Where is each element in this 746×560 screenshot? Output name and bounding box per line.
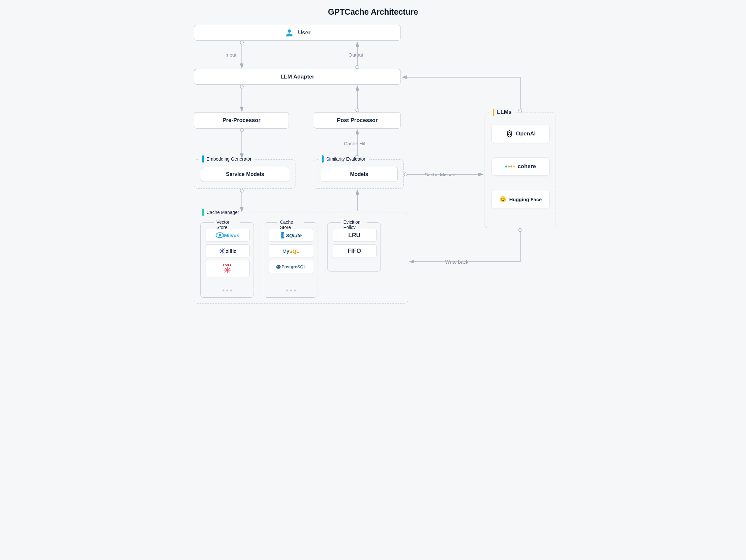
flow-label-output: Output	[348, 52, 363, 58]
models-box: Models	[321, 167, 398, 182]
svg-point-12	[278, 266, 278, 267]
eviction-policy-panel: Evicition Policy LRU FIFO	[327, 223, 381, 271]
svg-point-23	[356, 109, 359, 112]
llms-tab: LLMs	[489, 109, 515, 116]
vector-store-panel: Vector Store Milvus zilliz FAISS	[200, 223, 254, 298]
svg-point-14	[500, 196, 506, 202]
user-label: User	[298, 29, 311, 36]
huggingface-icon	[499, 196, 507, 203]
architecture-diagram: GPTCache Architecture User LLM Adapter P…	[166, 0, 580, 311]
cohere-icon	[505, 166, 515, 168]
section-bar-icon	[493, 109, 494, 116]
cache-store-item-sqlite: SQLite	[269, 229, 313, 242]
embedding-generator-tab: Embedding Generator	[199, 155, 255, 163]
flow-label-write-back: Write back	[445, 259, 468, 265]
more-icon	[205, 290, 250, 291]
svg-point-21	[240, 85, 243, 88]
diagram-title: GPTCache Architecture	[166, 7, 580, 17]
section-bar-icon	[202, 209, 204, 216]
svg-point-32	[404, 173, 407, 176]
vector-store-item-zilliz: zilliz	[205, 244, 250, 258]
svg-point-35	[519, 228, 522, 232]
eviction-policy-item-fifo: FIFO	[332, 244, 377, 258]
llm-item-cohere: cohere	[491, 157, 550, 176]
postgresql-icon	[276, 264, 281, 269]
zilliz-icon	[219, 247, 226, 255]
vector-store-item-faiss: FAISS	[205, 260, 250, 277]
similarity-evaluator-tab: Similarity Evaluator	[319, 155, 369, 163]
user-icon: User	[284, 28, 311, 38]
svg-point-2	[219, 234, 221, 236]
llms-panel: LLMs OpenAI cohere Hugging Face	[485, 113, 556, 228]
section-bar-icon	[322, 155, 324, 163]
embedding-generator-panel: Embedding Generator Service Models	[194, 159, 295, 189]
llm-adapter-box: LLM Adapter	[194, 69, 401, 85]
sqlite-icon	[280, 231, 286, 239]
cache-store-item-postgresql: PostgreSQL	[269, 260, 313, 273]
svg-point-19	[356, 65, 359, 69]
milvus-icon	[216, 232, 224, 238]
svg-point-0	[288, 29, 291, 33]
svg-point-13	[279, 266, 280, 267]
cache-manager-tab: Cache Manager	[199, 209, 242, 216]
svg-point-25	[240, 128, 243, 132]
vector-store-item-milvus: Milvus	[205, 229, 250, 242]
service-models-box: Service Models	[201, 167, 289, 182]
faiss-icon	[223, 266, 232, 274]
llm-item-huggingface: Hugging Face	[491, 190, 550, 208]
similarity-evaluator-panel: Similarity Evaluator Models	[314, 159, 404, 189]
cache-store-panel: Cache Store SQLite MySQL PostgreSQL	[264, 223, 317, 298]
flow-label-cache-hit: Cache Hit	[344, 141, 366, 146]
post-processor-box: Post Processor	[314, 112, 401, 128]
section-bar-icon	[202, 155, 204, 163]
svg-point-16	[504, 198, 504, 199]
eviction-policy-item-lru: LRU	[332, 229, 377, 242]
svg-point-15	[501, 198, 502, 199]
flow-label-cache-missed: Cache Missed	[424, 172, 455, 177]
pre-processor-box: Pre-Processor	[194, 112, 289, 128]
svg-point-29	[240, 189, 243, 192]
llm-item-openai: OpenAI	[491, 125, 550, 143]
more-icon	[269, 290, 313, 291]
svg-point-11	[277, 265, 281, 269]
cache-manager-panel: Cache Manager Vector Store Milvus zilliz…	[194, 213, 408, 303]
svg-point-34	[519, 109, 522, 112]
user-box: User	[194, 25, 401, 40]
flow-label-input: Input	[225, 52, 236, 58]
openai-icon	[506, 130, 513, 138]
svg-point-17	[240, 41, 243, 44]
cache-store-item-mysql: MySQL	[269, 244, 313, 258]
